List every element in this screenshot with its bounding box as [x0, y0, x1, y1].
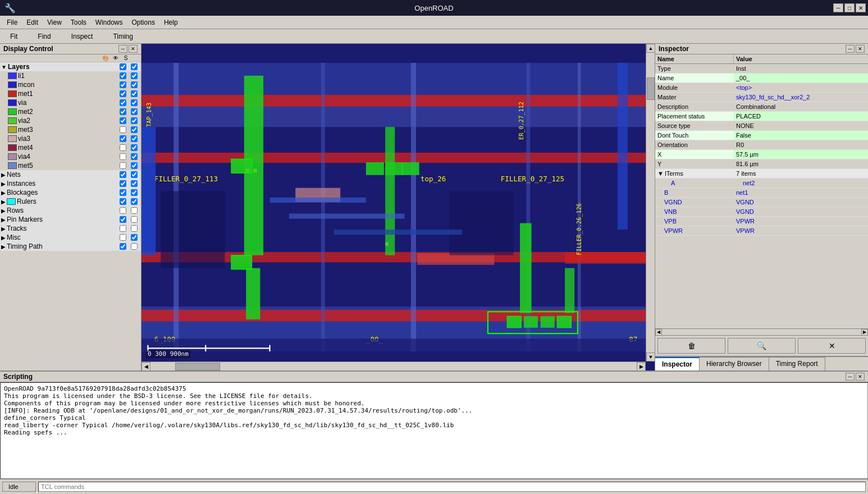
layers-expand-icon[interactable]: ▼	[1, 64, 7, 70]
layer-met2-vis1[interactable]	[117, 108, 129, 115]
chip-canvas[interactable]: FILLER_0_27_113 top_26 FILLER_0_27_125 6…	[141, 44, 655, 370]
scripting-minimize-btn[interactable]: ─	[846, 373, 855, 381]
layer-via3-vis1[interactable]	[117, 135, 129, 142]
panel-minimize-btn[interactable]: ─	[118, 45, 127, 53]
rows-vis1[interactable]	[117, 207, 129, 214]
layer-met1-vis1[interactable]	[117, 90, 129, 97]
layer-via3[interactable]: via3	[0, 134, 141, 143]
blockages-section-header[interactable]: ▶ Blockages	[0, 188, 141, 197]
layer-via[interactable]: via	[0, 98, 141, 107]
col-icon-visible[interactable]: 👁	[111, 55, 121, 61]
layer-met3-vis2[interactable]	[129, 126, 140, 133]
layer-via-vis2[interactable]	[129, 99, 140, 106]
layer-met3[interactable]: met3	[0, 125, 141, 134]
misc-vis1[interactable]	[117, 234, 129, 241]
canvas-area[interactable]: FILLER_0_27_113 top_26 FILLER_0_27_125 6…	[141, 44, 655, 370]
nets-vis1[interactable]	[117, 171, 129, 178]
instances-vis1[interactable]	[117, 180, 129, 187]
layer-via2[interactable]: via2	[0, 116, 141, 125]
instances-vis2[interactable]	[129, 180, 140, 187]
timing-path-vis1[interactable]	[117, 243, 129, 250]
layer-li1-vis2[interactable]	[129, 72, 140, 79]
misc-section-header[interactable]: ▶ Misc	[0, 233, 141, 242]
inspector-clear-btn[interactable]: ✕	[798, 338, 866, 354]
iterms-expand-icon[interactable]: ▼	[657, 170, 664, 177]
vscroll-thumb[interactable]	[647, 77, 655, 100]
timing-path-section-header[interactable]: ▶ Timing Path	[0, 242, 141, 251]
tab-hierarchy-browser[interactable]: Hierarchy Browser	[700, 357, 769, 370]
nets-section-header[interactable]: ▶ Nets	[0, 170, 141, 179]
layer-via4-vis2[interactable]	[129, 153, 140, 160]
instances-section-header[interactable]: ▶ Instances	[0, 179, 141, 188]
tracks-section-header[interactable]: ▶ Tracks	[0, 224, 141, 233]
timing-button[interactable]: Timing	[107, 32, 139, 41]
layers-section-header[interactable]: ▼ Layers	[0, 62, 141, 71]
insp-hscroll-right[interactable]: ▶	[861, 329, 868, 336]
find-button[interactable]: Find	[32, 32, 56, 41]
layer-met5-vis1[interactable]	[117, 162, 129, 169]
nets-vis2[interactable]	[129, 171, 140, 178]
menu-windows[interactable]: Windows	[91, 17, 127, 28]
timing-path-expand-icon[interactable]: ▶	[1, 244, 6, 250]
inspector-minimize-btn[interactable]: ─	[846, 45, 855, 53]
inspector-table-scroll[interactable]: Type Inst Name _00_ Module <top> Master …	[655, 64, 868, 328]
layer-met4-vis1[interactable]	[117, 144, 129, 151]
layer-met2[interactable]: met2	[0, 107, 141, 116]
hscroll-thumb[interactable]	[175, 363, 220, 370]
tab-inspector[interactable]: Inspector	[655, 357, 700, 370]
layer-mcon[interactable]: mcon	[0, 80, 141, 89]
layer-met4[interactable]: met4	[0, 143, 141, 152]
menu-file[interactable]: File	[2, 17, 22, 28]
pin-markers-vis1[interactable]	[117, 216, 129, 223]
layer-list-scroll[interactable]: ▼ Layers li1 mcon	[0, 62, 141, 370]
hscroll-right-btn[interactable]: ▶	[637, 362, 646, 370]
nets-expand-icon[interactable]: ▶	[1, 172, 6, 178]
rulers-expand-icon[interactable]: ▶	[1, 199, 6, 205]
inspector-hscroll[interactable]: ◀ ▶	[655, 328, 868, 335]
rows-expand-icon[interactable]: ▶	[1, 208, 6, 214]
layer-met5-vis2[interactable]	[129, 162, 140, 169]
blockages-expand-icon[interactable]: ▶	[1, 190, 6, 196]
vscroll-up-btn[interactable]: ▲	[646, 44, 655, 53]
tracks-vis2[interactable]	[129, 225, 140, 232]
rulers-section-header[interactable]: ▶ Rulers	[0, 197, 141, 206]
rulers-vis1[interactable]	[117, 198, 129, 205]
layer-met1[interactable]: met1	[0, 89, 141, 98]
tcl-input[interactable]	[38, 482, 866, 492]
layer-met1-vis2[interactable]	[129, 90, 140, 97]
rulers-vis2[interactable]	[129, 198, 140, 205]
scripting-close-btn[interactable]: ✕	[856, 373, 865, 381]
col-icon-select[interactable]: S	[121, 55, 131, 61]
layer-via3-vis2[interactable]	[129, 135, 140, 142]
canvas-hscroll[interactable]: ◀ ▶	[141, 362, 646, 370]
layers-vis1[interactable]	[117, 63, 129, 70]
layer-li1-vis1[interactable]	[117, 72, 129, 79]
layer-via4[interactable]: via4	[0, 152, 141, 161]
menu-tools[interactable]: Tools	[66, 17, 91, 28]
timing-path-vis2[interactable]	[129, 243, 140, 250]
close-button[interactable]: ✕	[856, 3, 866, 12]
pin-markers-expand-icon[interactable]: ▶	[1, 217, 6, 223]
layer-via4-vis1[interactable]	[117, 153, 129, 160]
vscroll-down-btn[interactable]: ▼	[646, 353, 655, 362]
layers-vis2[interactable]	[129, 63, 140, 70]
blockages-vis1[interactable]	[117, 189, 129, 196]
layer-via2-vis2[interactable]	[129, 117, 140, 124]
tracks-expand-icon[interactable]: ▶	[1, 226, 6, 232]
blockages-vis2[interactable]	[129, 189, 140, 196]
inspector-delete-btn[interactable]: 🗑	[657, 338, 725, 354]
misc-expand-icon[interactable]: ▶	[1, 235, 6, 241]
col-icon-palette[interactable]: 🎨	[100, 55, 111, 61]
canvas-vscroll[interactable]: ▲ ▼	[646, 44, 655, 362]
maximize-button[interactable]: □	[844, 3, 855, 12]
inspect-button[interactable]: Inspect	[66, 32, 99, 41]
scripting-output[interactable]: OpenROAD 9a713f0e8a51769207918da28adfd3c…	[0, 382, 868, 479]
menu-options[interactable]: Options	[127, 17, 159, 28]
rows-vis2[interactable]	[129, 207, 140, 214]
inspector-close-btn[interactable]: ✕	[856, 45, 865, 53]
minimize-button[interactable]: ─	[833, 3, 843, 12]
fit-button[interactable]: Fit	[4, 32, 23, 41]
layer-via-vis1[interactable]	[117, 99, 129, 106]
tracks-vis1[interactable]	[117, 225, 129, 232]
inspector-search-btn[interactable]: 🔍	[728, 338, 796, 354]
